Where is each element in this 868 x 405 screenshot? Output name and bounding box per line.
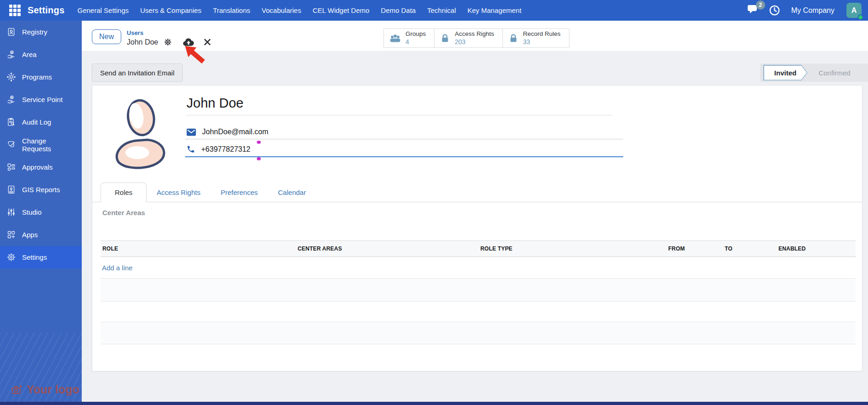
sidebar-item-studio[interactable]: Studio (0, 201, 82, 223)
menu-technical[interactable]: Technical (427, 6, 456, 14)
sidebar-item-approvals[interactable]: Approvals (0, 156, 82, 178)
menu-users-companies[interactable]: Users & Companies (140, 6, 201, 14)
stat-button-groups[interactable]: Groups 4 (384, 29, 434, 47)
sidebar-item-apps[interactable]: Apps (0, 223, 82, 246)
statusbar-state-invited[interactable]: Invited (763, 65, 807, 80)
tab-roles[interactable]: Roles (101, 183, 147, 202)
column-header-center-areas: CENTER AREAS (297, 245, 479, 252)
tab-calendar[interactable]: Calendar (268, 183, 316, 202)
column-header-role: ROLE (101, 245, 297, 252)
sidebar-item-label: Registry (22, 28, 47, 36)
company-switcher[interactable]: My Company (791, 6, 834, 15)
email-input[interactable]: JohnDoe@mail.com (202, 128, 268, 136)
messages-badge: 2 (756, 0, 765, 10)
stat-value: 203 (455, 38, 494, 46)
menu-vocabularies[interactable]: Vocabularies (262, 6, 301, 14)
tab-preferences[interactable]: Preferences (210, 183, 268, 202)
roles-table: ROLE CENTER AREAS ROLE TYPE FROM TO ENAB… (101, 240, 856, 371)
hand-pin-icon (6, 95, 16, 104)
column-header-enabled: ENABLED (778, 245, 856, 252)
menu-general-settings[interactable]: General Settings (78, 6, 129, 14)
top-menu: General Settings Users & Companies Trans… (78, 6, 522, 14)
sidebar-item-programs[interactable]: Programs (0, 66, 82, 88)
envelope-icon (186, 128, 196, 136)
section-title: Center Areas (102, 209, 145, 217)
sliders-icon (6, 207, 16, 217)
app-grid-plus-icon (6, 230, 16, 240)
stat-label: Groups (406, 30, 426, 38)
tab-access-rights[interactable]: Access Rights (147, 183, 210, 202)
sidebar-item-label: Programs (22, 73, 52, 81)
form-sheet: John Doe JohnDoe@mail.com +63977827312 R… (92, 85, 862, 371)
sidebar-item-label: Settings (22, 253, 47, 261)
column-header-from: FROM (667, 245, 724, 252)
statusbar-state-confirmed[interactable]: Confirmed (807, 69, 868, 77)
breadcrumb-current-record: John Doe (127, 38, 158, 46)
stat-button-record-rules[interactable]: Record Rules 33 (502, 29, 569, 47)
phone-input[interactable]: +63977827312 (201, 145, 250, 154)
sidebar-item-label: Audit Log (22, 118, 51, 126)
name-input[interactable]: John Doe (186, 96, 613, 115)
menu-cel-widget-demo[interactable]: CEL Widget Demo (313, 6, 370, 14)
sidebar-item-service-point[interactable]: Service Point (0, 88, 82, 111)
breadcrumb-users-link[interactable]: Users (127, 30, 211, 37)
avatar-initial: A (851, 6, 857, 15)
roles-table-header: ROLE CENTER AREAS ROLE TYPE FROM TO ENAB… (101, 240, 856, 257)
sidebar-item-label: Apps (22, 231, 38, 239)
control-panel: New Users John Doe (82, 21, 868, 51)
menu-translations[interactable]: Translations (213, 6, 250, 14)
empty-table-row (101, 322, 856, 344)
clock-icon[interactable] (769, 5, 780, 16)
breadcrumb: New Users John Doe (92, 29, 211, 47)
stat-label: Access Rights (455, 30, 494, 38)
sidebar-item-label: Change Requests (22, 137, 77, 153)
apps-grid-icon[interactable] (9, 5, 21, 16)
send-invitation-button[interactable]: Send an Invitation Email (92, 63, 183, 82)
user-avatar[interactable]: A (846, 3, 862, 18)
sidebar-item-change-requests[interactable]: Change Requests (0, 133, 82, 156)
gear-icon (6, 252, 16, 262)
lock-icon (508, 33, 519, 44)
add-a-line-link[interactable]: Add a line (102, 264, 133, 272)
sidebar-item-audit-log[interactable]: Audit Log (0, 111, 82, 133)
check-box-icon (6, 140, 16, 149)
stat-value: 33 (523, 38, 561, 46)
empty-table-row (101, 344, 856, 371)
id-card-icon (6, 27, 16, 37)
sidebar-logo-text: Your logo (27, 383, 79, 396)
stat-button-group: Groups 4 Access Rights 203 (383, 29, 569, 48)
messages-button[interactable]: 2 (747, 4, 760, 17)
new-button[interactable]: New (92, 29, 121, 44)
main-content: New Users John Doe (82, 21, 868, 402)
sidebar-item-gis-reports[interactable]: GIS Reports (0, 178, 82, 201)
red-arrow-annotation (184, 45, 207, 64)
online-status-dot (857, 14, 863, 20)
camera-plus-icon (11, 384, 23, 396)
stat-value: 4 (406, 38, 426, 46)
sidebar-item-area[interactable]: Area (0, 43, 82, 66)
gear-icon[interactable] (163, 38, 172, 46)
sidebar-item-label: Service Point (22, 96, 62, 103)
table-add-line-row: Add a line (101, 257, 856, 279)
sidebar-item-registry[interactable]: Registry (0, 21, 82, 43)
statusbar: Invited Confirmed (760, 63, 868, 82)
stat-button-access-rights[interactable]: Access Rights 203 (434, 29, 502, 47)
menu-demo-data[interactable]: Demo Data (381, 6, 416, 14)
magenta-dot-annotation (257, 141, 261, 144)
clipboard-search-icon (6, 117, 16, 127)
profile-image-placeholder[interactable] (113, 95, 169, 170)
sidebar-item-label: Studio (22, 208, 42, 216)
notebook-tabs: Roles Access Rights Preferences Calendar (92, 181, 862, 202)
menu-key-management[interactable]: Key Management (468, 6, 522, 14)
empty-table-row (101, 279, 856, 302)
sidebar-item-label: GIS Reports (22, 186, 60, 194)
bottom-edge-strip (0, 402, 868, 405)
layout-blocks-icon (6, 162, 16, 172)
empty-table-row (101, 302, 856, 322)
app-title: Settings (28, 5, 65, 16)
sidebar-logo: Your logo (11, 383, 79, 396)
top-navbar: Settings General Settings Users & Compan… (0, 0, 868, 21)
sidebar-item-settings[interactable]: Settings (0, 246, 82, 268)
stat-label: Record Rules (523, 30, 561, 38)
lock-icon (440, 33, 450, 44)
